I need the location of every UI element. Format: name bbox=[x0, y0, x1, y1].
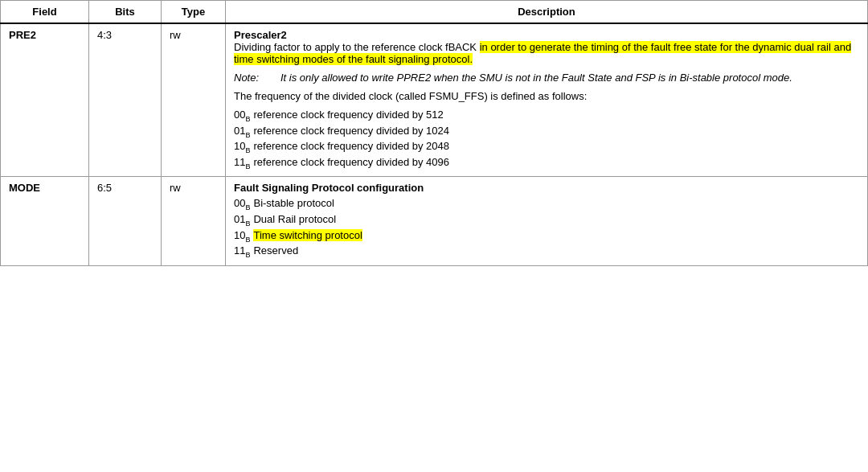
mode-list: 00B Bi-stable protocol 01B Dual Rail pro… bbox=[234, 197, 859, 258]
header-description: Description bbox=[226, 1, 868, 24]
table-container: Field Bits Type Description PRE2 4:3 rw bbox=[0, 0, 868, 472]
table-header-row: Field Bits Type Description bbox=[1, 1, 868, 24]
freq-list-pre2: 00B reference clock frequency divided by… bbox=[234, 109, 859, 170]
header-field: Field bbox=[1, 1, 89, 24]
note-pre2: Note: It is only allowed to write PPRE2 … bbox=[234, 72, 859, 84]
bits-mode: 6:5 bbox=[89, 177, 162, 265]
desc-pre2: Prescaler2 Dividing factor to apply to t… bbox=[226, 23, 868, 177]
mode-item-2: 10B Time switching protocol bbox=[234, 229, 859, 244]
freq-item-2: 10B reference clock frequency divided by… bbox=[234, 140, 859, 154]
desc-body-pre2: Dividing factor to apply to the referenc… bbox=[234, 41, 859, 65]
table-row: PRE2 4:3 rw Prescaler2 Dividing factor t… bbox=[1, 23, 868, 177]
mode-item-1: 01B Dual Rail protocol bbox=[234, 213, 859, 228]
freq-item-1: 01B reference clock frequency divided by… bbox=[234, 125, 859, 139]
register-table: Field Bits Type Description PRE2 4:3 rw bbox=[0, 0, 868, 266]
desc-mode: Fault Signaling Protocol configuration 0… bbox=[226, 177, 868, 265]
bits-pre2: 4:3 bbox=[89, 23, 162, 177]
mode-item-0: 00B Bi-stable protocol bbox=[234, 197, 859, 211]
field-mode: MODE bbox=[1, 177, 89, 265]
table-row: MODE 6:5 rw Fault Signaling Protocol con… bbox=[1, 177, 868, 265]
type-pre2: rw bbox=[162, 23, 226, 177]
type-mode: rw bbox=[162, 177, 226, 265]
mode-item-3: 11B Reserved bbox=[234, 244, 859, 259]
freq-item-0: 00B reference clock frequency divided by… bbox=[234, 109, 859, 123]
freq-item-3: 11B reference clock frequency divided by… bbox=[234, 156, 859, 170]
desc-title-pre2: Prescaler2 bbox=[234, 29, 859, 41]
header-bits: Bits bbox=[89, 1, 162, 24]
header-type: Type bbox=[162, 1, 226, 24]
field-pre2: PRE2 bbox=[1, 23, 89, 177]
desc-title-mode: Fault Signaling Protocol configuration bbox=[234, 182, 859, 194]
freq-intro-pre2: The frequency of the divided clock (call… bbox=[234, 90, 859, 102]
